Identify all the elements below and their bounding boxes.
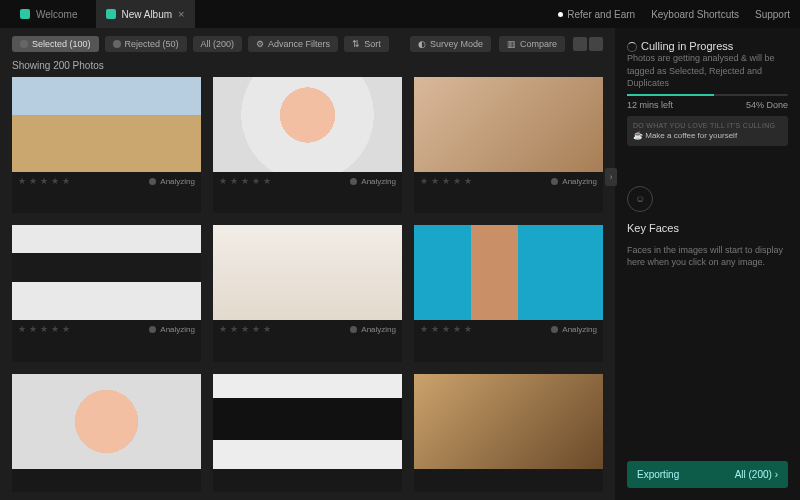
photo-card[interactable]: ★★★★★Analyzing [12, 77, 201, 213]
main-panel: Selected (100) Rejected (50) All (200) ⚙… [0, 28, 615, 500]
star-icon[interactable]: ★ [431, 324, 439, 334]
tab-welcome[interactable]: Welcome [10, 0, 88, 28]
photo-card[interactable]: ★★★★★Analyzing [213, 77, 402, 213]
progress-bar [627, 94, 788, 96]
star-icon[interactable]: ★ [230, 324, 238, 334]
star-icon[interactable]: ★ [420, 176, 428, 186]
star-icon[interactable]: ★ [464, 324, 472, 334]
photo-grid: ★★★★★Analyzing ★★★★★Analyzing ★★★★★Analy… [12, 77, 603, 492]
star-icon[interactable]: ★ [442, 324, 450, 334]
star-icon[interactable]: ★ [252, 176, 260, 186]
photo-card[interactable]: ★★★★★Analyzing [414, 225, 603, 361]
star-icon[interactable]: ★ [40, 324, 48, 334]
star-icon[interactable]: ★ [420, 324, 428, 334]
star-icon[interactable]: ★ [18, 324, 26, 334]
star-icon[interactable]: ★ [453, 324, 461, 334]
star-icon[interactable]: ★ [263, 176, 271, 186]
survey-mode-button[interactable]: ◐Survey Mode [410, 36, 491, 52]
status-dot-icon [551, 326, 558, 333]
star-icon[interactable]: ★ [51, 324, 59, 334]
photo-thumbnail [414, 374, 603, 469]
progress-fill [627, 94, 714, 96]
export-count: All (200) › [735, 469, 778, 480]
filter-all[interactable]: All (200) [193, 36, 243, 52]
collapse-panel-button[interactable]: › [605, 168, 617, 186]
filter-rejected[interactable]: Rejected (50) [105, 36, 187, 52]
tab-new-album[interactable]: New Album × [96, 0, 195, 28]
star-icon[interactable]: ★ [241, 176, 249, 186]
dot-icon [558, 12, 563, 17]
star-icon[interactable]: ★ [62, 324, 70, 334]
photo-thumbnail [12, 225, 201, 320]
photo-card[interactable] [414, 374, 603, 492]
star-icon[interactable]: ★ [453, 176, 461, 186]
compare-button[interactable]: ▥Compare [499, 36, 565, 52]
side-panel: › Culling in Progress Photos are getting… [615, 28, 800, 500]
status-dot-icon [551, 178, 558, 185]
shortcuts-link[interactable]: Keyboard Shortcuts [651, 9, 739, 20]
filter-icon: ⚙ [256, 39, 264, 49]
photo-card[interactable] [12, 374, 201, 492]
photo-thumbnail [213, 77, 402, 172]
star-icon[interactable]: ★ [252, 324, 260, 334]
dot-icon [113, 40, 121, 48]
star-icon[interactable]: ★ [219, 324, 227, 334]
compare-icon: ▥ [507, 39, 516, 49]
photo-status: Analyzing [551, 325, 597, 334]
culling-title: Culling in Progress [627, 40, 788, 52]
status-dot-icon [149, 326, 156, 333]
close-icon[interactable]: × [178, 8, 184, 20]
photo-status: Analyzing [350, 177, 396, 186]
status-dot-icon [350, 326, 357, 333]
star-icon[interactable]: ★ [18, 176, 26, 186]
keyfaces-title: Key Faces [627, 222, 788, 234]
photo-card[interactable]: ★★★★★Analyzing [213, 225, 402, 361]
top-tab-bar: Welcome New Album × Refer and Earn Keybo… [0, 0, 800, 28]
status-dot-icon [350, 178, 357, 185]
filter-selected[interactable]: Selected (100) [12, 36, 99, 52]
pct-done: 54% Done [746, 100, 788, 110]
culling-desc: Photos are getting analysed & will be ta… [627, 52, 788, 90]
star-icon[interactable]: ★ [464, 176, 472, 186]
tab-label: New Album [122, 9, 173, 20]
photo-status: Analyzing [149, 177, 195, 186]
star-icon[interactable]: ★ [29, 324, 37, 334]
export-button[interactable]: Exporting All (200) › [627, 461, 788, 488]
photo-card[interactable]: ★★★★★Analyzing [414, 77, 603, 213]
star-icon[interactable]: ★ [29, 176, 37, 186]
view-toggle [573, 37, 603, 51]
star-icon[interactable]: ★ [51, 176, 59, 186]
progress-row: 12 mins left 54% Done [627, 100, 788, 110]
survey-icon: ◐ [418, 39, 426, 49]
keyfaces-desc: Faces in the images will start to displa… [627, 244, 788, 269]
star-icon[interactable]: ★ [263, 324, 271, 334]
star-icon[interactable]: ★ [431, 176, 439, 186]
photo-status: Analyzing [149, 325, 195, 334]
topbar-links: Refer and Earn Keyboard Shortcuts Suppor… [558, 9, 790, 20]
export-label: Exporting [637, 469, 679, 480]
grid-view-icon[interactable] [573, 37, 587, 51]
star-icon[interactable]: ★ [241, 324, 249, 334]
status-dot-icon [149, 178, 156, 185]
star-icon[interactable]: ★ [442, 176, 450, 186]
culling-block: Culling in Progress Photos are getting a… [627, 40, 788, 146]
star-icon[interactable]: ★ [40, 176, 48, 186]
star-icon[interactable]: ★ [219, 176, 227, 186]
filter-advance[interactable]: ⚙Advance Filters [248, 36, 338, 52]
filter-toolbar: Selected (100) Rejected (50) All (200) ⚙… [12, 36, 603, 52]
photo-card[interactable] [213, 374, 402, 492]
star-icon[interactable]: ★ [62, 176, 70, 186]
photo-thumbnail [12, 77, 201, 172]
spinner-icon [627, 42, 637, 52]
photo-thumbnail [213, 225, 402, 320]
app-logo-icon [20, 9, 30, 19]
photo-thumbnail [414, 225, 603, 320]
list-view-icon[interactable] [589, 37, 603, 51]
showing-count: Showing 200 Photos [12, 60, 603, 71]
star-icon[interactable]: ★ [230, 176, 238, 186]
photo-card[interactable]: ★★★★★Analyzing [12, 225, 201, 361]
filter-sort[interactable]: ⇅Sort [344, 36, 389, 52]
photo-thumbnail [213, 374, 402, 469]
refer-link[interactable]: Refer and Earn [558, 9, 635, 20]
support-link[interactable]: Support [755, 9, 790, 20]
